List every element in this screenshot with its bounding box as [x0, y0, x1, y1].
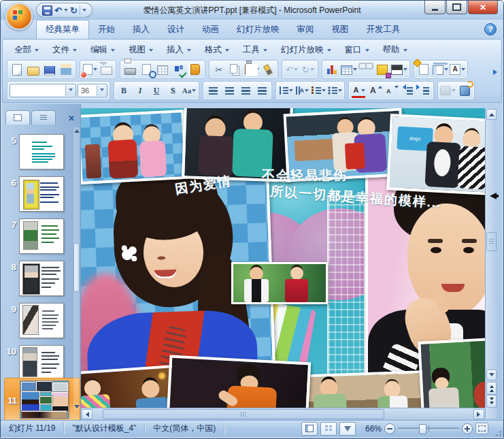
increase-indent-button[interactable] [416, 83, 431, 98]
slide-10-thumbnail[interactable] [19, 345, 64, 380]
print-preview-button[interactable] [139, 62, 154, 77]
zoom-level-label[interactable]: 66% [365, 424, 382, 434]
slide-5-thumbnail[interactable] [19, 134, 64, 169]
menu-item-view[interactable]: 视图 [122, 42, 159, 58]
scroll-up-button[interactable] [486, 109, 497, 120]
slide-caption-2[interactable]: 不会轻易悲伤 [262, 167, 348, 184]
tab-insert[interactable]: 插入 [124, 20, 158, 39]
pink-building-graphic[interactable] [327, 195, 365, 389]
cut-button[interactable]: ✂ [212, 62, 226, 77]
format-painter-button[interactable] [261, 62, 275, 77]
scroll-down-button[interactable] [486, 370, 497, 380]
slide-sorter-view-button[interactable] [320, 422, 337, 436]
zoom-in-button[interactable] [462, 423, 473, 434]
menu-item-file[interactable]: 文件 [46, 42, 83, 58]
language-indicator[interactable]: 中文(简体，中国) [145, 423, 224, 434]
slide-6-thumbnail[interactable] [19, 176, 64, 212]
font-size-dropdown[interactable] [97, 85, 107, 96]
publish-button[interactable] [58, 62, 73, 77]
office-button[interactable] [5, 3, 33, 30]
new-slide-button[interactable] [416, 62, 431, 77]
open-button[interactable] [26, 62, 41, 77]
menu-item-format[interactable]: 格式 [199, 42, 235, 58]
scroll-down-icon[interactable] [74, 405, 80, 411]
justify-button[interactable] [254, 83, 269, 98]
photo-couple-center[interactable] [231, 262, 328, 304]
normal-view-button[interactable] [301, 422, 318, 436]
print-settings-button[interactable] [155, 62, 170, 77]
help-icon[interactable]: ? [484, 23, 497, 35]
minimize-button[interactable] [424, 1, 446, 14]
tab-review[interactable]: 审阅 [288, 20, 323, 39]
menu-item-edit[interactable]: 编辑 [84, 42, 121, 58]
previous-slide-button[interactable] [486, 382, 497, 395]
redo-button[interactable]: ↻ [301, 62, 316, 77]
shrink-font-button[interactable]: A [384, 83, 399, 98]
fit-to-window-button[interactable] [475, 423, 488, 434]
save-button[interactable] [42, 62, 57, 77]
tab-design[interactable]: 设计 [158, 20, 193, 39]
font-name-combobox[interactable] [10, 84, 76, 97]
tab-slides-thumbnails[interactable] [5, 110, 30, 125]
font-size-combobox[interactable]: 36 [78, 84, 107, 97]
toolbar-overflow-icon[interactable] [493, 69, 500, 75]
scrollbar-thumb[interactable] [73, 243, 80, 292]
slideshow-view-button[interactable] [339, 422, 356, 436]
font-color-button[interactable]: A [351, 83, 366, 98]
menu-item-slideshow[interactable]: 幻灯片放映 [275, 42, 337, 58]
research-button[interactable] [188, 62, 203, 77]
scroll-up-icon[interactable] [74, 127, 80, 133]
sidebar-scrollbar[interactable] [73, 127, 80, 410]
menu-item-all[interactable]: 全部 [8, 42, 45, 58]
change-case-button[interactable]: Aa [182, 83, 197, 98]
vscroll-thumb[interactable] [486, 232, 497, 251]
new-button[interactable] [10, 62, 24, 77]
bullet-list-button[interactable] [327, 83, 342, 98]
smartart-button[interactable] [375, 62, 390, 77]
font-name-dropdown[interactable] [65, 85, 75, 96]
undo-button[interactable]: ↶ [284, 62, 299, 77]
align-left-button[interactable] [205, 83, 220, 98]
text-shadow-button[interactable]: S [165, 83, 180, 98]
horizontal-scrollbar[interactable] [81, 408, 485, 419]
insert-table-button[interactable] [341, 62, 357, 77]
menu-item-insert[interactable]: 插入 [161, 42, 197, 58]
align-right-button[interactable] [238, 83, 253, 98]
line-spacing-button[interactable] [278, 83, 293, 98]
photo-bottom-2[interactable] [167, 355, 311, 408]
rotate-button[interactable] [457, 83, 472, 98]
italic-button[interactable]: I [133, 83, 148, 98]
bold-button[interactable]: B [116, 83, 131, 98]
menu-item-help[interactable]: 帮助 [377, 42, 414, 58]
hscroll-thumb[interactable] [103, 409, 384, 419]
next-slide-button[interactable] [486, 395, 497, 408]
font-dialog-button[interactable]: A [450, 62, 465, 77]
zoom-slider-track[interactable] [398, 427, 459, 429]
paste-button[interactable] [244, 62, 259, 77]
zoom-out-button[interactable] [384, 423, 395, 434]
tab-developer[interactable]: 开发工具 [358, 20, 409, 39]
slide-canvas[interactable]: slogo [81, 108, 485, 408]
copy-button[interactable] [228, 62, 243, 77]
photo-top-4[interactable]: slogo [386, 114, 485, 195]
zoom-slider-thumb[interactable] [419, 424, 426, 434]
close-button[interactable]: ✕ [468, 1, 498, 14]
scroll-right-button[interactable] [473, 409, 484, 419]
slide-9-thumbnail[interactable] [19, 303, 64, 338]
design-template-indicator[interactable]: "默认设计模板_4" [64, 423, 145, 434]
tab-animations[interactable]: 动画 [193, 20, 228, 39]
vertical-scrollbar[interactable] [485, 108, 497, 419]
print-button[interactable] [122, 62, 137, 77]
tab-classic-menu[interactable]: 经典菜单 [36, 20, 89, 39]
close-pane-button[interactable]: ✕ [65, 112, 78, 125]
tab-outline[interactable] [31, 110, 56, 125]
tab-view[interactable]: 视图 [323, 20, 358, 39]
numbered-list-button[interactable] [311, 83, 326, 98]
decrease-indent-button[interactable] [400, 83, 415, 98]
align-center-button[interactable] [222, 83, 237, 98]
insert-chart-button[interactable] [324, 62, 339, 77]
grow-font-button[interactable]: A [367, 83, 382, 98]
email-button[interactable] [99, 62, 114, 77]
permission-button[interactable] [82, 62, 97, 77]
spelling-button[interactable] [171, 62, 186, 77]
